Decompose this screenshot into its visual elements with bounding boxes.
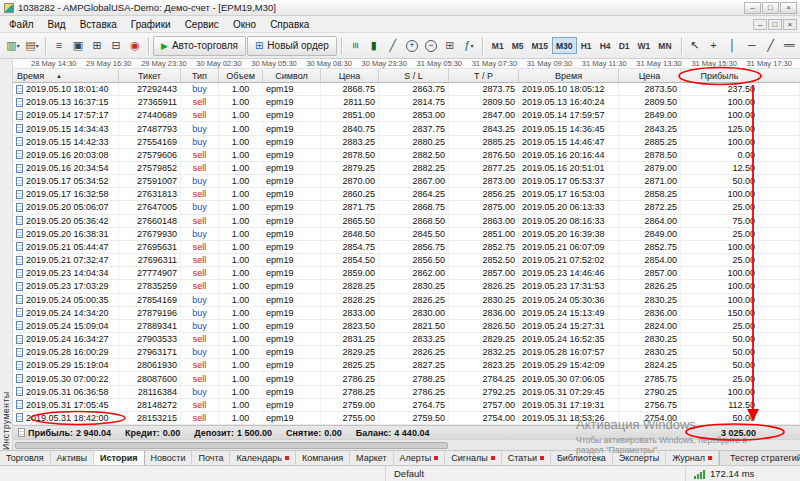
tab-assets[interactable]: Активы xyxy=(51,451,94,465)
crosshair-icon[interactable]: + xyxy=(705,37,723,55)
timeframe-button[interactable]: W1 xyxy=(634,37,655,54)
scrollbar-thumb[interactable] xyxy=(15,442,448,449)
chart-restore-icon[interactable]: □ xyxy=(768,19,782,30)
history-row[interactable]: 2019.05.14 17:57:17 27440689 sell 1.00 e… xyxy=(13,109,800,122)
tab-library[interactable]: Библиотека xyxy=(551,451,613,465)
data-window-icon[interactable]: ▣ xyxy=(69,37,87,55)
column-header-volume[interactable]: Объем xyxy=(219,69,263,82)
history-row[interactable]: 2019.05.23 17:03:29 27835259 sell 1.00 e… xyxy=(13,280,800,293)
tab-company[interactable]: Компания xyxy=(296,451,350,465)
timeframe-button[interactable]: M30 xyxy=(552,37,577,54)
history-row[interactable]: 2019.05.16 20:34:54 27579852 sell 1.00 e… xyxy=(13,162,800,175)
close-button[interactable]: × xyxy=(780,2,797,14)
profiles-icon[interactable]: ▤▾ xyxy=(23,37,41,55)
menu-item[interactable]: Сервис xyxy=(178,18,226,31)
auto-trading-button[interactable]: ▶ Авто-торговля xyxy=(153,36,246,56)
line-chart-icon[interactable]: ╱ xyxy=(384,37,402,55)
strategy-tester-panel-label[interactable]: Тестер стратегий xyxy=(719,451,800,465)
history-row[interactable]: 2019.05.24 16:34:27 27903533 sell 1.00 e… xyxy=(13,333,800,346)
column-header-ticket[interactable]: Тикет xyxy=(119,69,181,82)
history-row[interactable]: 2019.05.15 14:42:33 27554169 buy 1.00 ep… xyxy=(13,136,800,149)
menu-item[interactable]: Окно xyxy=(226,18,263,31)
column-header-open-price[interactable]: Цена xyxy=(321,69,379,82)
menu-item[interactable]: Вставка xyxy=(73,18,124,31)
tab-experts[interactable]: Эксперты xyxy=(613,451,666,465)
zoom-in-icon[interactable]: + xyxy=(403,37,421,55)
tab-articles[interactable]: Статьи xyxy=(502,451,551,465)
tab-history[interactable]: История xyxy=(94,451,145,465)
bar-chart-icon[interactable]: ≡ xyxy=(346,37,364,55)
history-row[interactable]: 2019.05.23 14:04:34 27774907 sell 1.00 e… xyxy=(13,267,800,280)
timeframe-button[interactable]: M1 xyxy=(488,37,508,54)
column-header-open-time[interactable]: Время▲ xyxy=(13,69,119,82)
new-order-button[interactable]: ⊞ Новый ордер xyxy=(247,36,337,56)
column-header-profit[interactable]: Прибыль xyxy=(681,69,759,82)
history-row[interactable]: 2019.05.24 05:00:35 27854169 buy 1.00 ep… xyxy=(13,294,800,307)
maximize-button[interactable]: □ xyxy=(762,2,779,14)
horizontal-scrollbar[interactable] xyxy=(13,439,800,450)
column-header-type[interactable]: Тип xyxy=(181,69,219,82)
history-row[interactable]: 2019.05.21 07:32:47 27696311 sell 1.00 e… xyxy=(13,254,800,267)
history-row[interactable]: 2019.05.28 16:00:29 27963171 buy 1.00 ep… xyxy=(13,346,800,359)
terminal-icon[interactable]: ⊟ xyxy=(107,37,125,55)
history-row[interactable]: 2019.05.24 15:09:04 27889341 buy 1.00 ep… xyxy=(13,320,800,333)
history-row[interactable]: 2019.05.31 17:05:45 28148272 sell 1.00 e… xyxy=(13,399,800,412)
tab-calendar[interactable]: Календарь xyxy=(230,451,295,465)
history-row[interactable]: 2019.05.13 16:37:15 27365911 sell 1.00 e… xyxy=(13,96,800,109)
timeframe-button[interactable]: H4 xyxy=(596,37,615,54)
history-row[interactable]: 2019.05.16 20:03:08 27579606 sell 1.00 e… xyxy=(13,149,800,162)
connection-status[interactable]: 172.14 ms xyxy=(685,466,800,481)
tab-journal[interactable]: Журнал xyxy=(666,451,719,465)
vertical-line-icon[interactable]: │ xyxy=(724,37,742,55)
navigator-icon[interactable]: ⊞ xyxy=(88,37,106,55)
tab-market[interactable]: Маркет xyxy=(350,451,393,465)
history-row[interactable]: 2019.05.10 18:01:40 27292443 buy 1.00 ep… xyxy=(13,83,800,96)
history-row[interactable]: 2019.05.31 18:42:00 28153215 sell 1.00 e… xyxy=(13,412,800,425)
profile-selector[interactable]: Default xyxy=(385,466,685,481)
column-header-tp[interactable]: T / P xyxy=(449,69,519,82)
history-row[interactable]: 2019.05.30 07:00:22 28087600 sell 1.00 e… xyxy=(13,372,800,385)
column-header-close-price[interactable]: Цена xyxy=(619,69,681,82)
tile-windows-icon[interactable]: ⊞ xyxy=(441,37,459,55)
history-row[interactable]: 2019.05.17 05:34:52 27591007 buy 1.00 ep… xyxy=(13,175,800,188)
cursor-icon[interactable]: ↖ xyxy=(686,37,704,55)
zoom-out-icon[interactable]: − xyxy=(422,37,440,55)
equidistant-channel-icon[interactable]: ∥ xyxy=(781,37,799,55)
history-row[interactable]: 2019.05.15 14:34:43 27487793 buy 1.00 ep… xyxy=(13,122,800,135)
horizontal-line-icon[interactable]: ─ xyxy=(743,37,761,55)
market-watch-icon[interactable]: ≡ xyxy=(50,37,68,55)
tab-news[interactable]: Новости xyxy=(145,451,193,465)
menu-item[interactable]: Файл xyxy=(2,18,41,31)
column-header-symbol[interactable]: Символ xyxy=(263,69,321,82)
history-row[interactable]: 2019.05.24 14:34:20 27879196 buy 1.00 ep… xyxy=(13,307,800,320)
tab-trade[interactable]: Торговля xyxy=(0,451,51,465)
history-row[interactable]: 2019.05.17 16:32:58 27631813 sell 1.00 e… xyxy=(13,188,800,201)
history-row[interactable]: 2019.05.29 15:19:04 28061930 sell 1.00 e… xyxy=(13,359,800,372)
column-header-sl[interactable]: S / L xyxy=(379,69,449,82)
candlestick-chart-icon[interactable]: ▮ xyxy=(365,37,383,55)
timeframe-button[interactable]: M5 xyxy=(508,37,528,54)
history-row[interactable]: 2019.05.20 16:38:31 27679930 buy 1.00 ep… xyxy=(13,228,800,241)
timeframe-button[interactable]: MN xyxy=(654,37,675,54)
trendline-icon[interactable]: ╱ xyxy=(762,37,780,55)
tab-signals[interactable]: Сигналы xyxy=(445,451,502,465)
tab-mail[interactable]: Почта xyxy=(192,451,230,465)
new-chart-icon[interactable]: ▥▾ xyxy=(4,37,22,55)
column-header-close-time[interactable]: Время xyxy=(519,69,619,82)
history-row[interactable]: 2019.05.20 05:36:42 27660148 sell 1.00 e… xyxy=(13,215,800,228)
history-row[interactable]: 2019.05.21 05:44:47 27695631 sell 1.00 e… xyxy=(13,241,800,254)
menu-item[interactable]: Справка xyxy=(263,18,316,31)
tab-alerts[interactable]: Алерты xyxy=(394,451,446,465)
minimize-button[interactable]: – xyxy=(744,2,761,14)
history-row[interactable]: 2019.05.31 06:36:58 28116384 buy 1.00 ep… xyxy=(13,386,800,399)
menu-item[interactable]: Вид xyxy=(41,18,73,31)
timeframe-button[interactable]: H1 xyxy=(577,37,596,54)
indicators-icon[interactable]: ƒ▾ xyxy=(460,37,478,55)
chart-close-icon[interactable]: × xyxy=(783,19,797,30)
menu-item[interactable]: Графики xyxy=(124,18,178,31)
timeframe-button[interactable]: D1 xyxy=(615,37,634,54)
signals-icon[interactable]: ◉ xyxy=(126,37,144,55)
chart-minimize-icon[interactable]: – xyxy=(753,19,767,30)
toolbox-vertical-tab[interactable]: Инструменты xyxy=(1,65,11,450)
history-row[interactable]: 2019.05.20 05:06:07 27647005 buy 1.00 ep… xyxy=(13,201,800,214)
